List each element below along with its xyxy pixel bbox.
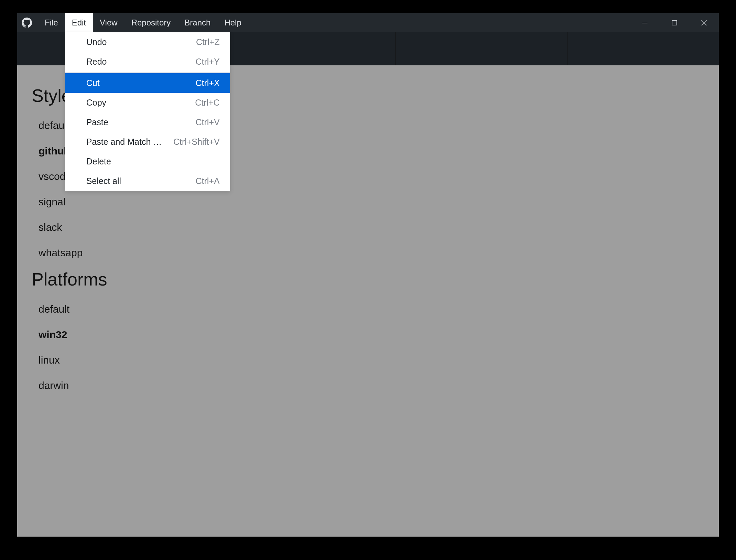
menu-item-shortcut: Ctrl+V <box>196 117 220 127</box>
menu-copy[interactable]: Copy Ctrl+C <box>65 93 230 112</box>
menu-view[interactable]: View <box>93 13 125 32</box>
app-window: File Edit Undo Ctrl+Z Redo Ctrl+Y Cut <box>17 13 719 537</box>
menu-item-label: Delete <box>86 157 111 166</box>
minimize-button[interactable] <box>630 13 660 32</box>
menu-select-all[interactable]: Select all Ctrl+A <box>65 171 230 191</box>
menu-item-shortcut: Ctrl+Shift+V <box>173 137 220 147</box>
menu-label: Edit <box>72 18 86 28</box>
menu-item-label: Cut <box>86 78 100 88</box>
github-logo-icon <box>21 17 33 29</box>
window-controls <box>630 13 719 32</box>
menu-paste-match-style[interactable]: Paste and Match … Ctrl+Shift+V <box>65 132 230 152</box>
menu-label: Repository <box>131 18 171 28</box>
menu-divider <box>65 72 230 73</box>
menu-undo[interactable]: Undo Ctrl+Z <box>65 32 230 52</box>
list-item[interactable]: signal <box>39 189 704 215</box>
menu-redo[interactable]: Redo Ctrl+Y <box>65 52 230 72</box>
menu-label: File <box>45 18 58 28</box>
menu-item-label: Paste <box>86 117 108 127</box>
platforms-list: default win32 linux darwin <box>32 297 704 398</box>
menu-paste[interactable]: Paste Ctrl+V <box>65 112 230 132</box>
menu-label: View <box>100 18 118 28</box>
list-item[interactable]: default <box>39 297 704 322</box>
svg-rect-1 <box>672 20 677 25</box>
menu-item-shortcut: Ctrl+C <box>195 98 220 108</box>
menu-branch[interactable]: Branch <box>177 13 217 32</box>
list-item[interactable]: win32 <box>39 322 704 347</box>
menu-item-shortcut: Ctrl+Y <box>196 57 220 67</box>
menu-item-label: Select all <box>86 176 121 186</box>
list-item[interactable]: darwin <box>39 373 704 398</box>
menu-item-shortcut: Ctrl+X <box>196 78 220 88</box>
close-button[interactable] <box>689 13 719 32</box>
menu-delete[interactable]: Delete <box>65 152 230 171</box>
toolbar-end-section[interactable] <box>567 32 719 65</box>
menu-item-shortcut: Ctrl+Z <box>196 37 220 47</box>
edit-dropdown: Undo Ctrl+Z Redo Ctrl+Y Cut Ctrl+X Copy <box>65 32 230 191</box>
list-item[interactable]: linux <box>39 347 704 373</box>
menu-repository[interactable]: Repository <box>125 13 178 32</box>
svg-rect-0 <box>642 23 648 23</box>
menu-label: Branch <box>184 18 210 28</box>
menu-item-label: Copy <box>86 98 106 108</box>
menu-file[interactable]: File <box>38 13 65 32</box>
menu-item-shortcut: Ctrl+A <box>196 176 220 186</box>
menu-label: Help <box>224 18 241 28</box>
toolbar-branch-section[interactable] <box>202 32 396 65</box>
toolbar-sync-section[interactable] <box>396 32 567 65</box>
list-item[interactable]: slack <box>39 215 704 240</box>
titlebar: File Edit Undo Ctrl+Z Redo Ctrl+Y Cut <box>17 13 719 32</box>
menu-item-label: Paste and Match … <box>86 137 162 147</box>
section-heading-platforms: Platforms <box>32 269 704 290</box>
menu-cut[interactable]: Cut Ctrl+X <box>65 73 230 93</box>
menu-bar: File Edit Undo Ctrl+Z Redo Ctrl+Y Cut <box>38 13 248 32</box>
menu-edit[interactable]: Edit Undo Ctrl+Z Redo Ctrl+Y Cut Ctrl+X <box>65 13 93 32</box>
maximize-button[interactable] <box>660 13 689 32</box>
list-item[interactable]: whatsapp <box>39 240 704 266</box>
menu-help[interactable]: Help <box>217 13 248 32</box>
menu-item-label: Undo <box>86 37 107 47</box>
menu-item-label: Redo <box>86 57 107 67</box>
